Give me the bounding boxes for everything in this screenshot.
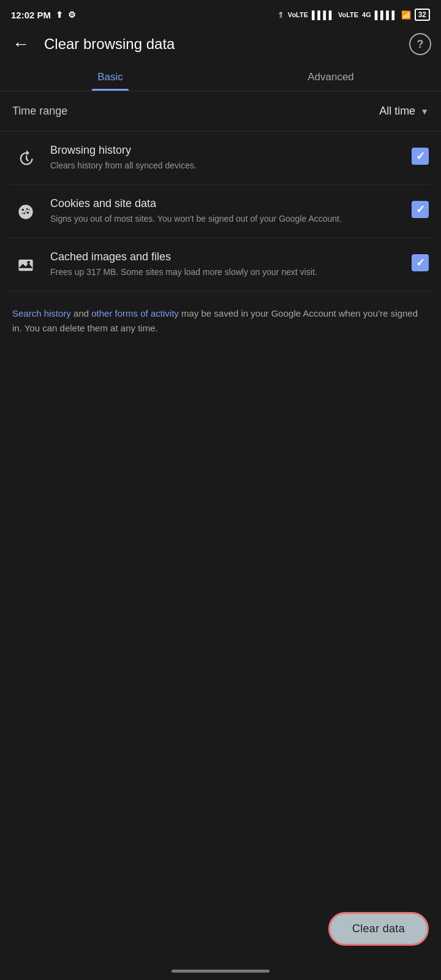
other-forms-link[interactable]: other forms of activity — [91, 308, 179, 318]
cached-checkbox[interactable] — [412, 254, 429, 271]
svg-point-10 — [27, 261, 30, 264]
browsing-history-icon — [12, 145, 39, 172]
dropdown-arrow-icon: ▼ — [420, 107, 429, 116]
page-title: Clear browsing data — [44, 36, 399, 53]
top-bar: ← Clear browsing data ? — [0, 27, 441, 61]
time-range-value: All time — [379, 105, 415, 118]
back-button[interactable]: ← — [7, 33, 34, 55]
svg-point-3 — [23, 213, 25, 214]
svg-point-0 — [18, 205, 32, 219]
tab-basic[interactable]: Basic — [0, 61, 221, 91]
cached-images-icon — [12, 252, 39, 279]
status-bar: 12:02 PM ⬆ ⚙ ⇑ VoLTE ▌▌▌▌ VoLTE 4G ▌▌▌▌ … — [0, 0, 441, 27]
battery-indicator: 32 — [415, 9, 430, 21]
checkbox-checked-indicator — [412, 201, 429, 218]
status-right: ⇑ VoLTE ▌▌▌▌ VoLTE 4G ▌▌▌▌ 📶 32 — [277, 9, 430, 21]
svg-point-2 — [26, 208, 28, 210]
footer-note: Search history and other forms of activi… — [0, 292, 441, 350]
time-display: 12:02 PM — [11, 10, 51, 20]
checkbox-checked-indicator — [412, 254, 429, 271]
data-items-list: Browsing history Clears history from all… — [0, 132, 441, 292]
svg-point-4 — [27, 211, 29, 214]
status-left: 12:02 PM ⬆ ⚙ — [11, 10, 76, 20]
time-range-row: Time range All time ▼ — [0, 91, 441, 132]
browsing-history-text: Browsing history Clears history from all… — [50, 144, 401, 172]
browsing-history-checkbox[interactable] — [412, 148, 429, 165]
signal-volte-icon: VoLTE — [288, 11, 308, 18]
tab-advanced[interactable]: Advanced — [221, 61, 441, 91]
upload-icon: ⬆ — [56, 10, 63, 20]
search-history-link[interactable]: Search history — [12, 308, 71, 318]
signal-4g: 4G — [362, 11, 371, 18]
signal-bars-2: ▌▌▌▌ — [375, 10, 398, 20]
browsing-history-title: Browsing history — [50, 144, 401, 157]
clear-data-button[interactable]: Clear data — [328, 912, 429, 946]
time-range-dropdown[interactable]: All time ▼ — [379, 105, 429, 118]
cached-text: Cached images and files Frees up 317 MB.… — [50, 251, 401, 279]
clear-data-btn-container: Clear data — [328, 912, 429, 946]
wifi-icon: 📶 — [401, 10, 411, 20]
svg-point-5 — [25, 211, 26, 212]
list-item: Cached images and files Frees up 317 MB.… — [10, 238, 431, 292]
cookies-checkbox[interactable] — [412, 201, 429, 218]
list-item: Browsing history Clears history from all… — [10, 132, 431, 185]
list-item: Cookies and site data Signs you out of m… — [10, 185, 431, 238]
svg-point-1 — [22, 209, 24, 211]
tabs-container: Basic Advanced — [0, 61, 441, 91]
home-indicator — [172, 970, 270, 973]
bluetooth-icon: ⇑ — [277, 10, 284, 20]
cookies-text: Cookies and site data Signs you out of m… — [50, 197, 401, 225]
cookies-icon — [12, 198, 39, 225]
cached-title: Cached images and files — [50, 251, 401, 263]
time-range-label: Time range — [12, 105, 67, 118]
signal-bars-1: ▌▌▌▌ — [312, 10, 334, 20]
cookies-desc: Signs you out of most sites. You won't b… — [50, 213, 401, 225]
checkbox-checked-indicator — [412, 148, 429, 165]
signal-volte-2: VoLTE — [338, 11, 358, 18]
svg-point-6 — [29, 209, 30, 211]
svg-rect-8 — [18, 260, 32, 271]
settings-status-icon: ⚙ — [68, 10, 76, 20]
cached-desc: Frees up 317 MB. Some sites may load mor… — [50, 266, 401, 279]
browsing-history-desc: Clears history from all synced devices. — [50, 160, 401, 172]
cookies-title: Cookies and site data — [50, 197, 401, 210]
svg-point-7 — [21, 213, 23, 214]
help-button[interactable]: ? — [409, 33, 431, 55]
